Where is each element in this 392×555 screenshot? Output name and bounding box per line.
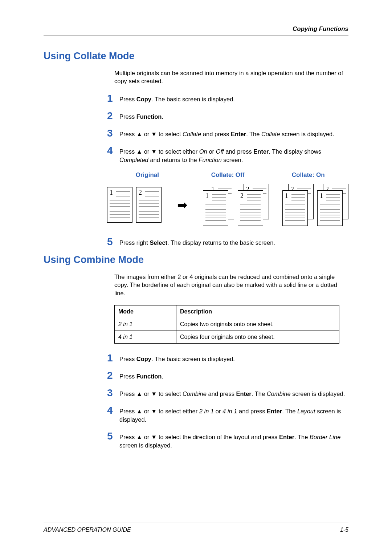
table-row: 2 in 1 Copies two originals onto one she… (115, 318, 339, 331)
step-number: 5 (107, 237, 119, 247)
collate-step-3: 3 Press ▲ or ▼ to select Collate and pre… (107, 128, 348, 138)
step-number: 1 (107, 93, 119, 104)
step-number: 1 (107, 353, 119, 363)
combine-step-1: 1 Press Copy. The basic screen is displa… (107, 353, 348, 363)
collate-step-2: 2 Press Function. (107, 111, 348, 121)
page-footer: ADVANCED OPERATION GUIDE 1-5 (44, 523, 348, 533)
step-number: 4 (107, 146, 119, 156)
step-text: Press ▲ or ▼ to select Combine and press… (119, 388, 345, 398)
page-stack-icon: 2 1 (317, 184, 348, 226)
step-number: 2 (107, 111, 119, 121)
up-triangle-icon: ▲ (136, 408, 142, 414)
up-triangle-icon: ▲ (136, 390, 142, 397)
heading-collate: Using Collate Mode (44, 50, 348, 62)
step-text: Press ▲ or ▼ to select either 2 in 1 or … (119, 405, 348, 424)
down-triangle-icon: ▼ (151, 131, 157, 137)
page-icon: 1 (107, 187, 132, 223)
step-number: 3 (107, 128, 119, 138)
combine-modes-table: Mode Description 2 in 1 Copies two origi… (114, 305, 339, 344)
cell-description: Copies two originals onto one sheet. (176, 318, 339, 331)
step-text: Press Function. (119, 370, 163, 381)
combine-step-3: 3 Press ▲ or ▼ to select Combine and pre… (107, 388, 348, 398)
combine-step-5: 5 Press ▲ or ▼ to select the direction o… (107, 431, 348, 450)
step-number: 5 (107, 431, 119, 441)
arrow-icon: ➡ (177, 198, 187, 212)
label-collate-off: Collate: Off (188, 171, 268, 179)
label-collate-on: Collate: On (268, 171, 348, 179)
cell-mode: 2 in 1 (115, 318, 176, 331)
footer-title: ADVANCED OPERATION GUIDE (44, 527, 131, 533)
step-text: Press ▲ or ▼ to select Collate and press… (119, 128, 334, 138)
page-header: Copying Functions (44, 25, 348, 36)
cell-mode: 4 in 1 (115, 331, 176, 343)
up-triangle-icon: ▲ (136, 131, 142, 137)
up-triangle-icon: ▲ (136, 148, 142, 155)
diagram-collate-on: 2 1 2 1 (282, 184, 348, 226)
step-text: Press ▲ or ▼ to select either On or Off … (119, 146, 348, 164)
th-mode: Mode (115, 305, 176, 318)
step-number: 2 (107, 370, 119, 381)
page-icon: 2 (136, 187, 162, 223)
collate-intro: Multiple originals can be scanned into m… (114, 69, 348, 85)
page-stack-icon: 2 1 (282, 184, 314, 226)
diagram-collate-off: 1 1 2 2 (203, 184, 269, 226)
diagram-original: 1 2 (107, 187, 162, 223)
combine-step-4: 4 Press ▲ or ▼ to select either 2 in 1 o… (107, 405, 348, 424)
table-header-row: Mode Description (115, 305, 339, 318)
collate-step-1: 1 Press Copy. The basic screen is displa… (107, 93, 348, 104)
step-number: 4 (107, 405, 119, 416)
diagram-labels: Original Collate: Off Collate: On (107, 171, 348, 179)
combine-intro: The images from either 2 or 4 originals … (114, 273, 348, 297)
footer-page-number: 1-5 (340, 527, 348, 533)
collate-step-5: 5 Press right Select. The display return… (107, 237, 348, 247)
cell-description: Copies four originals onto one sheet. (176, 331, 339, 343)
step-text: Press ▲ or ▼ to select the direction of … (119, 431, 348, 450)
down-triangle-icon: ▼ (151, 408, 157, 414)
th-description: Description (176, 305, 339, 318)
up-triangle-icon: ▲ (136, 434, 142, 440)
page-stack-icon: 1 1 (203, 184, 234, 226)
down-triangle-icon: ▼ (151, 434, 157, 440)
table-row: 4 in 1 Copies four originals onto one sh… (115, 331, 339, 343)
page-stack-icon: 2 2 (238, 184, 269, 226)
step-text: Press Copy. The basic screen is displaye… (119, 93, 235, 104)
step-text: Press Copy. The basic screen is displaye… (119, 353, 235, 363)
step-text: Press right Select. The display returns … (119, 237, 275, 247)
down-triangle-icon: ▼ (151, 390, 157, 397)
step-number: 3 (107, 388, 119, 398)
collate-step-4: 4 Press ▲ or ▼ to select either On or Of… (107, 146, 348, 164)
heading-combine: Using Combine Mode (44, 254, 348, 266)
collate-diagram: 1 2 ➡ 1 1 2 2 2 1 2 1 (107, 184, 348, 226)
down-triangle-icon: ▼ (151, 148, 157, 155)
label-original: Original (107, 171, 188, 179)
step-text: Press Function. (119, 111, 163, 121)
combine-step-2: 2 Press Function. (107, 370, 348, 381)
